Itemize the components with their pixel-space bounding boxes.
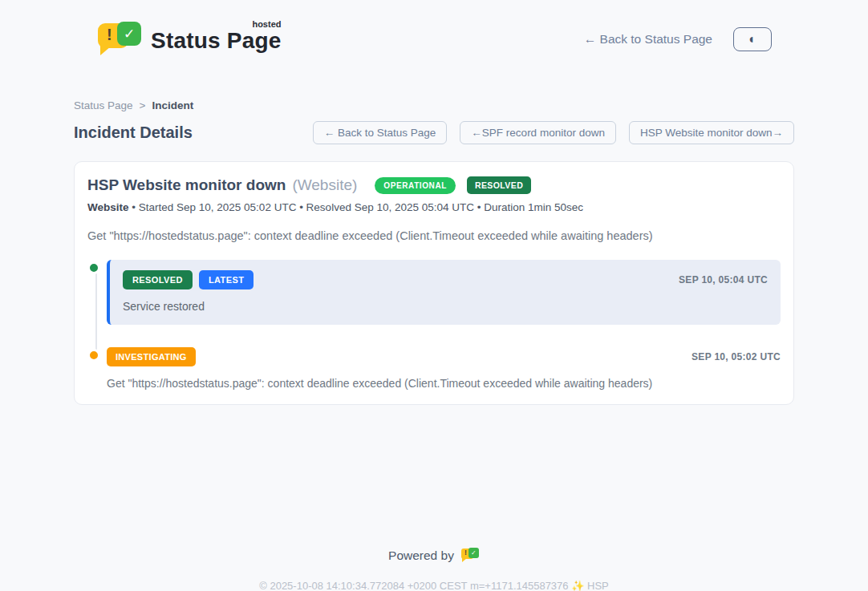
brand-name: Status Page <box>151 28 281 53</box>
back-to-status-page-button[interactable]: ← Back to Status Page <box>313 121 448 144</box>
update-timestamp: SEP 10, 05:02 UTC <box>692 351 781 362</box>
timeline-entry-body: RESOLVED LATEST SEP 10, 05:04 UTC Servic… <box>107 260 781 325</box>
latest-badge: LATEST <box>199 270 254 289</box>
brand-text-wrap: hosted Status Page <box>151 28 281 57</box>
header-right: ← Back to Status Page ◐ <box>584 27 772 51</box>
update-header: RESOLVED LATEST SEP 10, 05:04 UTC <box>123 270 768 289</box>
brand-logo[interactable]: ! ✓ hosted Status Page <box>96 22 281 57</box>
exclamation-glyph: ! <box>464 548 467 557</box>
incident-meta: Website • Started Sep 10, 2025 05:02 UTC… <box>87 201 781 213</box>
exclamation-glyph: ! <box>107 26 112 44</box>
meta-component: Website <box>87 201 129 213</box>
main-content: Status Page > Incident Incident Details … <box>74 99 794 405</box>
breadcrumb-status-page[interactable]: Status Page <box>74 99 133 111</box>
page-title: Incident Details <box>74 123 193 142</box>
update-message: Service restored <box>123 300 768 313</box>
meta-details: • Started Sep 10, 2025 05:02 UTC • Resol… <box>132 201 583 213</box>
title-row: Incident Details ← Back to Status Page ←… <box>74 121 794 144</box>
brand-icon: ! ✓ <box>96 22 143 57</box>
incident-description: Get "https://hostedstatus.page": context… <box>87 229 781 242</box>
prev-incident-button[interactable]: ←SPF record monitor down <box>460 121 616 144</box>
update-badges: INVESTIGATING <box>107 347 196 366</box>
breadcrumb: Status Page > Incident <box>74 99 794 111</box>
resolved-badge: RESOLVED <box>123 270 193 289</box>
operational-badge: OPERATIONAL <box>375 177 456 194</box>
incident-title-row: HSP Website monitor down (Website) OPERA… <box>87 176 781 194</box>
powered-by: Powered by ! ✓ <box>388 548 480 564</box>
timeline-entry-body: INVESTIGATING SEP 10, 05:02 UTC Get "htt… <box>107 347 781 390</box>
checkmark-icon: ✓ <box>117 22 141 46</box>
timeline-entry-resolved: RESOLVED LATEST SEP 10, 05:04 UTC Servic… <box>87 260 781 325</box>
breadcrumb-incident: Incident <box>152 99 193 111</box>
latest-update-card: RESOLVED LATEST SEP 10, 05:04 UTC Servic… <box>107 260 781 325</box>
contrast-icon: ◐ <box>748 33 756 46</box>
resolved-status-badge: RESOLVED <box>467 176 531 194</box>
checkmark-icon: ✓ <box>468 548 479 558</box>
investigating-badge: INVESTIGATING <box>107 347 196 366</box>
update-timestamp: SEP 10, 05:04 UTC <box>679 274 768 285</box>
theme-toggle-button[interactable]: ◐ <box>733 27 772 51</box>
orange-dot-icon <box>87 349 100 362</box>
brand-mini-icon[interactable]: ! ✓ <box>460 548 480 564</box>
update-header: INVESTIGATING SEP 10, 05:02 UTC <box>107 347 781 366</box>
update-badges: RESOLVED LATEST <box>123 270 254 289</box>
copyright-line: © 2025-10-08 14:10:34.772084 +0200 CEST … <box>0 580 868 591</box>
incident-card: HSP Website monitor down (Website) OPERA… <box>74 161 794 405</box>
incident-title: HSP Website monitor down <box>87 176 286 194</box>
breadcrumb-separator: > <box>140 99 146 111</box>
brand-superscript: hosted <box>252 19 281 29</box>
timeline-entry-investigating: INVESTIGATING SEP 10, 05:02 UTC Get "htt… <box>87 347 781 390</box>
next-incident-button[interactable]: HSP Website monitor down→ <box>629 121 794 144</box>
green-dot-icon <box>87 261 100 274</box>
header: ! ✓ hosted Status Page ← Back to Status … <box>96 0 772 61</box>
update-message: Get "https://hostedstatus.page": context… <box>107 377 781 390</box>
footer: Powered by ! ✓ © 2025-10-08 14:10:34.772… <box>0 548 868 591</box>
incident-timeline: RESOLVED LATEST SEP 10, 05:04 UTC Servic… <box>87 260 781 390</box>
header-back-link[interactable]: ← Back to Status Page <box>584 32 712 47</box>
powered-by-label: Powered by <box>388 548 454 563</box>
incident-nav-buttons: ← Back to Status Page ←SPF record monito… <box>313 121 794 144</box>
incident-component: (Website) <box>292 176 357 194</box>
